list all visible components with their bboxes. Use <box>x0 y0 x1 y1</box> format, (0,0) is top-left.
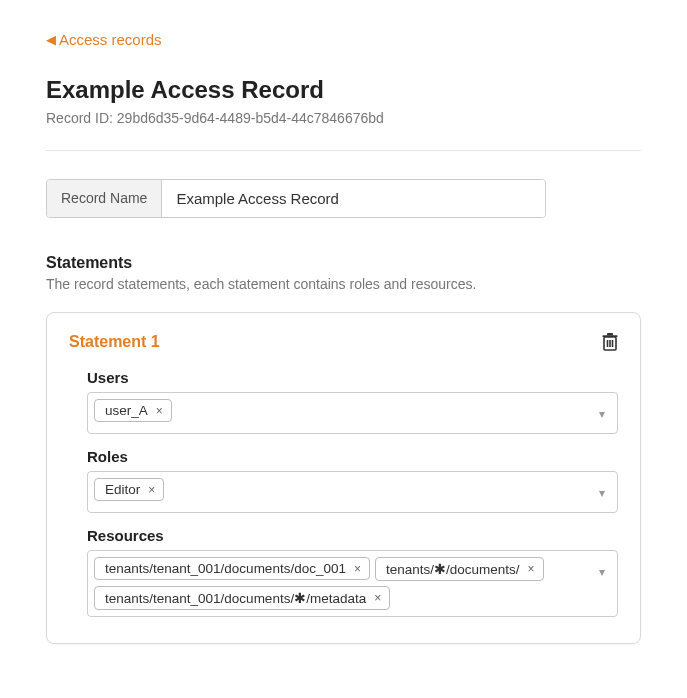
chip-label: tenants/tenant_001/documents/doc_001 <box>105 561 346 576</box>
back-link[interactable]: ◀ Access records <box>46 31 162 48</box>
record-id-line: Record ID: 29bd6d35-9d64-4489-b5d4-44c78… <box>46 110 641 126</box>
chip: Editor× <box>94 478 164 501</box>
chip: user_A× <box>94 399 172 422</box>
chip: tenants/✱/documents/× <box>375 557 544 581</box>
chip: tenants/tenant_001/documents/doc_001× <box>94 557 370 580</box>
trash-icon[interactable] <box>602 333 618 351</box>
statements-desc: The record statements, each statement co… <box>46 276 641 292</box>
chevron-down-icon: ▾ <box>599 407 605 421</box>
resources-multiselect[interactable]: tenants/tenant_001/documents/doc_001×ten… <box>87 550 618 617</box>
roles-label: Roles <box>87 448 618 465</box>
page-title: Example Access Record <box>46 76 641 104</box>
roles-multiselect[interactable]: Editor×▾ <box>87 471 618 513</box>
back-link-label: Access records <box>59 31 162 48</box>
record-name-input[interactable] <box>162 180 545 217</box>
record-id-label: Record ID: <box>46 110 113 126</box>
chip-remove-icon[interactable]: × <box>148 484 155 496</box>
chevron-down-icon: ▾ <box>599 486 605 500</box>
record-name-label: Record Name <box>47 180 162 217</box>
statements-title: Statements <box>46 254 641 272</box>
resources-field: Resources tenants/tenant_001/documents/d… <box>69 527 618 617</box>
roles-field: Roles Editor×▾ <box>69 448 618 513</box>
chip-label: tenants/✱/documents/ <box>386 561 520 577</box>
users-field: Users user_A×▾ <box>69 369 618 434</box>
chevron-down-icon: ▾ <box>599 565 605 579</box>
chip-remove-icon[interactable]: × <box>354 563 361 575</box>
resources-label: Resources <box>87 527 618 544</box>
chip-remove-icon[interactable]: × <box>156 405 163 417</box>
caret-left-icon: ◀ <box>46 32 56 47</box>
statement-card: Statement 1 Users user_A×▾ Roles Editor×… <box>46 312 641 644</box>
svg-rect-5 <box>607 333 613 336</box>
record-name-input-group: Record Name <box>46 179 546 218</box>
statement-header: Statement 1 <box>69 333 618 351</box>
statement-title: Statement 1 <box>69 333 160 351</box>
chip-remove-icon[interactable]: × <box>374 592 381 604</box>
chip-label: tenants/tenant_001/documents/✱/metadata <box>105 590 366 606</box>
chip-remove-icon[interactable]: × <box>528 563 535 575</box>
users-label: Users <box>87 369 618 386</box>
chip-label: user_A <box>105 403 148 418</box>
chip-label: Editor <box>105 482 140 497</box>
chip: tenants/tenant_001/documents/✱/metadata× <box>94 586 390 610</box>
divider <box>46 150 641 151</box>
record-id-value: 29bd6d35-9d64-4489-b5d4-44c7846676bd <box>117 110 384 126</box>
users-multiselect[interactable]: user_A×▾ <box>87 392 618 434</box>
